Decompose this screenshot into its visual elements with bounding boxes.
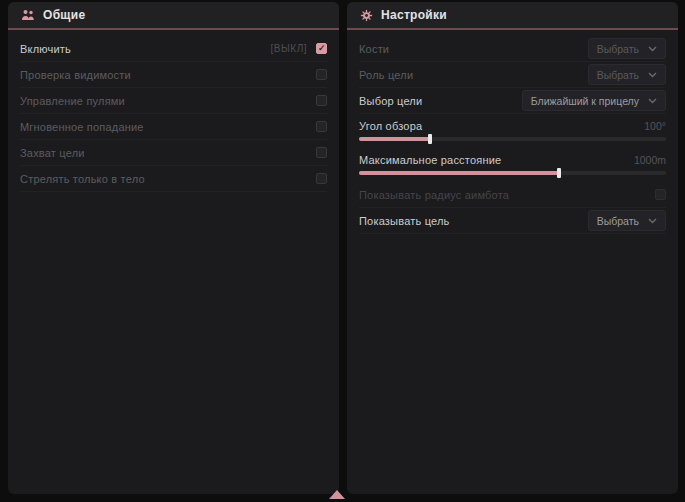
show-aimbot-radius-checkbox[interactable]: [655, 189, 666, 200]
row-enable[interactable]: Включить [ВЫКЛ]: [20, 36, 327, 62]
row-label: Включить: [20, 43, 71, 55]
fov-slider-block: Угол обзора 100°: [359, 114, 666, 148]
row-bones: Кости Выбрать: [359, 36, 666, 62]
people-icon: [21, 9, 35, 21]
panel-title: Общие: [43, 8, 85, 22]
target-lock-checkbox[interactable]: [316, 147, 327, 158]
settings-panel-body: Кости Выбрать Роль цели Выбрать Выбор це…: [347, 30, 678, 234]
select-value: Выбрать: [597, 43, 639, 55]
enable-checkbox[interactable]: [316, 43, 327, 54]
instant-hit-checkbox[interactable]: [316, 121, 327, 132]
row-label: Выбор цели: [359, 95, 422, 107]
general-panel-header: Общие: [8, 2, 339, 30]
scroll-up-triangle-icon[interactable]: [329, 490, 345, 499]
chevron-down-icon: [648, 72, 657, 78]
slider-label: Угол обзора: [359, 120, 422, 132]
row-label: Показывать радиус аимбота: [359, 189, 509, 201]
chevron-down-icon: [648, 98, 657, 104]
slider-fill: [359, 137, 430, 141]
visibility-check-checkbox[interactable]: [316, 69, 327, 80]
slider-fill: [359, 171, 559, 175]
select-value: Выбрать: [597, 69, 639, 81]
row-label: Показывать цель: [359, 215, 450, 227]
row-bullet-control[interactable]: Управление пулями: [20, 88, 327, 114]
slider-handle[interactable]: [428, 134, 432, 144]
row-label: Захват цели: [20, 147, 85, 159]
row-target-lock[interactable]: Захват цели: [20, 140, 327, 166]
target-selection-select[interactable]: Ближайший к прицелу: [522, 90, 666, 111]
bones-select[interactable]: Выбрать: [588, 38, 666, 59]
row-label: Управление пулями: [20, 95, 125, 107]
bullet-control-checkbox[interactable]: [316, 95, 327, 106]
chevron-down-icon: [648, 46, 657, 52]
body-only-checkbox[interactable]: [316, 173, 327, 184]
max-distance-slider-block: Максимальное расстояние 1000m: [359, 148, 666, 182]
select-value: Выбрать: [597, 215, 639, 227]
general-panel: Общие Включить [ВЫКЛ] Проверка видимости…: [8, 2, 339, 494]
panel-title: Настройки: [381, 8, 447, 22]
row-label: Мгновенное попадание: [20, 121, 144, 133]
row-target-role: Роль цели Выбрать: [359, 62, 666, 88]
general-panel-body: Включить [ВЫКЛ] Проверка видимости Управ…: [8, 30, 339, 192]
row-target-selection: Выбор цели Ближайший к прицелу: [359, 88, 666, 114]
fov-slider[interactable]: [359, 137, 666, 141]
slider-value: 100°: [644, 120, 666, 132]
row-label: Кости: [359, 43, 389, 55]
row-show-target: Показывать цель Выбрать: [359, 208, 666, 234]
gear-icon: [360, 9, 373, 22]
chevron-down-icon: [648, 218, 657, 224]
target-role-select[interactable]: Выбрать: [588, 64, 666, 85]
slider-value: 1000m: [634, 154, 666, 166]
row-instant-hit[interactable]: Мгновенное попадание: [20, 114, 327, 140]
slider-label: Максимальное расстояние: [359, 154, 501, 166]
row-label: Проверка видимости: [20, 69, 131, 81]
settings-panel: Настройки Кости Выбрать Роль цели Выбрат…: [347, 2, 678, 494]
slider-handle[interactable]: [557, 168, 561, 178]
row-label: Стрелять только в тело: [20, 173, 145, 185]
row-visibility-check[interactable]: Проверка видимости: [20, 62, 327, 88]
row-body-only[interactable]: Стрелять только в тело: [20, 166, 327, 192]
max-distance-slider[interactable]: [359, 171, 666, 175]
row-label: Роль цели: [359, 69, 413, 81]
keybind-label: [ВЫКЛ]: [271, 43, 307, 54]
show-target-select[interactable]: Выбрать: [588, 210, 666, 231]
select-value: Ближайший к прицелу: [531, 95, 639, 107]
row-show-aimbot-radius[interactable]: Показывать радиус аимбота: [359, 182, 666, 208]
settings-panel-header: Настройки: [347, 2, 678, 30]
